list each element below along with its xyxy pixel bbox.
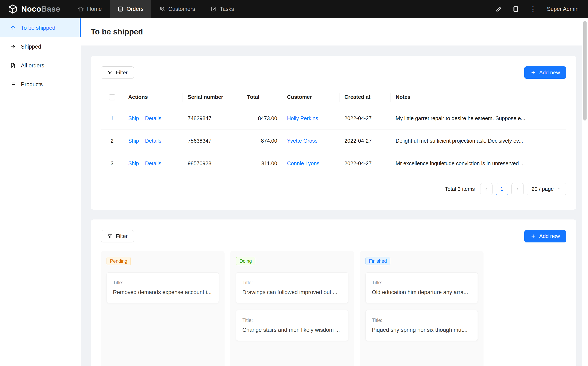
nav-item-tasks[interactable]: Tasks	[203, 0, 242, 18]
table-header-row: Actions Serial number Total Customer Cre…	[101, 87, 566, 107]
next-page-button[interactable]	[511, 183, 524, 195]
serial-number-cell: 98570923	[183, 152, 242, 175]
nocobase-logo[interactable]: NocoBase	[0, 4, 70, 14]
created-at-cell: 2022-04-27	[339, 152, 391, 175]
card-title-text: Removed demands expense account i...	[113, 289, 212, 296]
total-cell: 8473.00	[242, 107, 282, 130]
user-menu[interactable]: Super Admin	[547, 6, 579, 12]
status-badge: Pending	[106, 257, 131, 265]
main-area: To be shipped Filter	[81, 18, 588, 366]
status-badge: Finished	[365, 257, 390, 265]
total-cell: 311.00	[242, 152, 282, 175]
nav-item-label: Home	[87, 6, 102, 12]
column-header-actions: Actions	[123, 87, 183, 107]
page-header: To be shipped	[81, 18, 588, 46]
api-doc-book-icon[interactable]	[513, 6, 519, 12]
details-action-link[interactable]: Details	[145, 160, 161, 167]
nav-item-label: Orders	[127, 6, 144, 12]
notes-cell: Delightful met sufficient projection ask…	[391, 130, 557, 152]
ui-editor-pen-icon[interactable]	[496, 6, 502, 12]
sidebar-item-label: To be shipped	[21, 25, 55, 31]
field-label: Title:	[242, 280, 342, 286]
kanban-card-item[interactable]: Title: Old education him departure any a…	[365, 272, 478, 303]
more-menu-icon[interactable]: ⋮	[529, 6, 536, 12]
customer-link[interactable]: Connie Lyons	[287, 160, 319, 166]
arrow-right-icon	[10, 44, 16, 50]
tasks-icon	[211, 6, 217, 12]
kanban-column-doing: Doing Title: Drawings can followed impro…	[230, 251, 354, 366]
add-new-button-label: Add new	[539, 233, 560, 239]
filter-icon	[107, 70, 113, 75]
logo-text: NocoBase	[21, 5, 60, 14]
list-icon	[10, 81, 16, 87]
kanban-card-item[interactable]: Title: Drawings can followed improved ou…	[236, 272, 348, 303]
total-cell: 874.00	[242, 130, 282, 152]
serial-number-cell: 74829847	[183, 107, 242, 130]
nav-item-orders[interactable]: Orders	[110, 0, 151, 18]
nav-item-home[interactable]: Home	[70, 0, 110, 18]
details-action-link[interactable]: Details	[145, 138, 161, 144]
page-size-select[interactable]: 20 / page	[527, 183, 566, 195]
column-header-notes: Notes	[391, 87, 557, 107]
row-index: 2	[101, 130, 123, 152]
card-title-text: Old education him departure any arra...	[372, 289, 471, 296]
sidebar-item-label: Products	[21, 81, 43, 88]
orders-icon	[117, 6, 124, 12]
kanban-card-item[interactable]: Title: Change stairs and men likely wisd…	[236, 310, 348, 341]
card-title-text: Change stairs and men likely wisdom ...	[242, 326, 342, 334]
column-header-total: Total	[242, 87, 282, 107]
table-toolbar: Filter Add new	[101, 66, 566, 79]
card-title-text: Drawings can followed improved out ...	[242, 289, 342, 296]
kanban-card-item[interactable]: Title: Removed demands expense account i…	[106, 272, 219, 303]
plus-icon	[531, 70, 536, 75]
add-new-button-label: Add new	[539, 69, 560, 76]
kanban-board: Pending Title: Removed demands expense a…	[101, 251, 566, 366]
scrollbar-thumb[interactable]	[583, 21, 587, 121]
details-action-link[interactable]: Details	[145, 115, 161, 122]
sidebar-item-products[interactable]: Products	[0, 75, 81, 94]
customer-link[interactable]: Holly Perkins	[287, 115, 318, 121]
sidebar-item-shipped[interactable]: Shipped	[0, 37, 81, 56]
home-icon	[78, 6, 84, 12]
sidebar-item-label: Shipped	[21, 44, 41, 50]
nav-item-customers[interactable]: Customers	[151, 0, 203, 18]
column-header-serial: Serial number	[183, 87, 242, 107]
navbar-tools: ⋮ Super Admin	[496, 6, 588, 12]
add-new-button[interactable]: Add new	[524, 66, 566, 79]
sidebar-item-to-be-shipped[interactable]: To be shipped	[0, 18, 81, 37]
row-index: 3	[101, 152, 123, 175]
sidebar-item-all-orders[interactable]: All orders	[0, 56, 81, 75]
vertical-scrollbar	[582, 18, 588, 366]
kanban-card-item[interactable]: Title: Piqued shy spring nor six though …	[365, 310, 478, 341]
ship-action-link[interactable]: Ship	[128, 115, 139, 122]
field-label: Title:	[372, 280, 471, 286]
kanban-column-finished: Finished Title: Old education him depart…	[360, 251, 483, 366]
pagination-total: Total 3 items	[445, 186, 475, 192]
ship-action-link[interactable]: Ship	[128, 138, 139, 144]
customer-link[interactable]: Yvette Gross	[287, 138, 317, 144]
nav-item-label: Customers	[168, 6, 195, 12]
column-header-created-at: Created at	[339, 87, 391, 107]
previous-page-button[interactable]	[480, 183, 492, 195]
arrow-up-icon	[10, 25, 16, 31]
file-check-icon	[10, 62, 16, 69]
filter-button[interactable]: Filter	[101, 66, 134, 79]
column-header-spacer	[557, 87, 566, 107]
app-window: NocoBase Home Orders Customers	[0, 0, 588, 366]
page-size-value: 20 / page	[532, 186, 554, 192]
kanban-add-new-button[interactable]: Add new	[524, 230, 566, 243]
field-label: Title:	[372, 317, 471, 323]
top-navbar: NocoBase Home Orders Customers	[0, 0, 588, 18]
ship-action-link[interactable]: Ship	[128, 160, 139, 167]
kanban-filter-button[interactable]: Filter	[101, 230, 134, 243]
page-number-button[interactable]: 1	[496, 183, 508, 195]
sidebar-item-label: All orders	[21, 62, 44, 69]
kanban-column-pending: Pending Title: Removed demands expense a…	[101, 251, 225, 366]
created-at-cell: 2022-04-27	[339, 107, 391, 130]
created-at-cell: 2022-04-27	[339, 130, 391, 152]
nocobase-cube-icon	[8, 4, 18, 14]
orders-table: Actions Serial number Total Customer Cre…	[101, 87, 566, 175]
customers-icon	[159, 6, 165, 12]
plus-icon	[531, 234, 536, 239]
select-all-checkbox[interactable]	[109, 94, 115, 100]
